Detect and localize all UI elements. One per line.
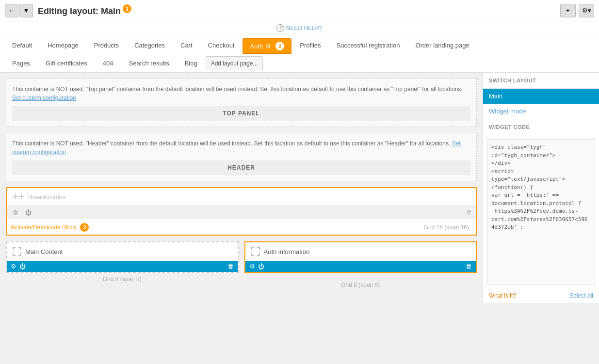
need-help-link[interactable]: NEED HELP? bbox=[286, 25, 323, 32]
breadcrumbs-block: ✛ Breadcrumbs ⚙ ⏻ 🗑 Activate/Deactivate … bbox=[6, 187, 477, 236]
page-title: Editing layout: Main1 bbox=[38, 4, 560, 16]
main-content-title: Main Content bbox=[25, 248, 63, 255]
main-content-icon bbox=[13, 247, 21, 256]
grid-span-text: (span 16) bbox=[444, 224, 469, 231]
breadcrumbs-power-button[interactable]: ⏻ bbox=[23, 208, 33, 217]
badge-3: 3 bbox=[80, 223, 89, 232]
top-panel-label: TOP PANEL bbox=[12, 106, 470, 121]
back-button[interactable]: ← bbox=[5, 4, 18, 17]
auth-gear-icon: ⚙ bbox=[265, 43, 271, 50]
tab-cart[interactable]: Cart bbox=[173, 38, 200, 54]
auth-info-power-button[interactable]: ⏻ bbox=[258, 263, 264, 270]
breadcrumbs-gear-button[interactable]: ⚙ bbox=[11, 208, 20, 217]
top-bar-right: + ⚙▾ bbox=[560, 4, 594, 17]
auth-info-toolbar: ⚙ ⏻ 🗑 bbox=[245, 261, 476, 272]
nav-tabs-row1: Default Homepage Products Categories Car… bbox=[5, 38, 594, 54]
grid-label-text: Grid 16 bbox=[424, 224, 443, 231]
top-panel-warning: This container is NOT used. "Top panel" … bbox=[12, 85, 470, 102]
tab-categories[interactable]: Categories bbox=[127, 38, 172, 54]
switch-layout-widget-mode[interactable]: Widget mode bbox=[483, 104, 599, 119]
main-content-gear-button[interactable]: ⚙ bbox=[11, 263, 16, 270]
add-layout-page-button[interactable]: Add layout page... bbox=[206, 56, 263, 70]
main-content-col: Main Content ⚙ ⏻ 🗑 Grid 8 (span 8) bbox=[6, 241, 239, 291]
add-button[interactable]: + bbox=[560, 4, 576, 17]
activate-label: Activate/Deactivate Block bbox=[11, 224, 76, 231]
breadcrumbs-delete-button[interactable]: 🗑 bbox=[466, 209, 472, 216]
auth-info-gear-button[interactable]: ⚙ bbox=[249, 263, 255, 270]
main-content-grid-label: Grid 8 (span 8) bbox=[6, 273, 239, 285]
dropdown-button[interactable]: ▼ bbox=[19, 4, 33, 17]
help-icon: ? bbox=[276, 24, 284, 32]
tab-search-results[interactable]: Search results bbox=[122, 56, 177, 70]
main-content-block: Main Content ⚙ ⏻ 🗑 bbox=[6, 241, 239, 273]
widget-code-links: What is it? Select all bbox=[483, 288, 599, 303]
nav-tabs-row2: Pages Gift certificates 404 Search resul… bbox=[0, 54, 599, 73]
main-content-delete-button[interactable]: 🗑 bbox=[227, 263, 234, 270]
auth-info-block: Auth information ⚙ ⏻ 🗑 bbox=[244, 241, 477, 273]
breadcrumbs-grid-label: Grid 16 (span 16) bbox=[421, 221, 472, 234]
auth-info-title: Auth information bbox=[264, 248, 310, 255]
badge-2: 2 bbox=[275, 42, 284, 50]
tab-gift-certificates[interactable]: Gift certificates bbox=[38, 56, 95, 70]
tab-default[interactable]: Default bbox=[5, 38, 39, 54]
settings-dropdown-button[interactable]: ⚙▾ bbox=[579, 4, 594, 17]
top-panel-container: This container is NOT used. "Top panel" … bbox=[6, 79, 477, 127]
breadcrumbs-title: Breadcrumbs bbox=[28, 193, 65, 201]
tab-products[interactable]: Products bbox=[87, 38, 126, 54]
breadcrumbs-toolbar: ⚙ ⏻ 🗑 bbox=[7, 206, 476, 219]
page-title-text: Editing layout: Main bbox=[38, 6, 121, 16]
tab-blog[interactable]: Blog bbox=[178, 56, 205, 70]
move-icon: ✛ bbox=[13, 193, 24, 201]
switch-layout-title: SWITCH LAYOUT bbox=[483, 73, 599, 89]
tab-checkout[interactable]: Checkout bbox=[201, 38, 242, 54]
tab-404[interactable]: 404 bbox=[96, 56, 121, 70]
tab-order-landing[interactable]: Order landing page bbox=[408, 38, 476, 54]
header-container: This container is NOT used. "Header" con… bbox=[6, 133, 477, 181]
auth-info-header: Auth information bbox=[245, 242, 476, 261]
main-layout: This container is NOT used. "Top panel" … bbox=[0, 73, 599, 303]
top-panel-warning-text: This container is NOT used. "Top panel" … bbox=[12, 86, 463, 93]
tab-auth[interactable]: Auth ⚙ 2 bbox=[243, 38, 291, 54]
switch-layout-main[interactable]: Main bbox=[483, 89, 599, 104]
widget-code-title: WIDGET CODE bbox=[483, 119, 599, 135]
header-label: HEADER bbox=[12, 160, 470, 175]
auth-info-col: Auth information ⚙ ⏻ 🗑 Grid 8 (span 8) ↙… bbox=[244, 241, 477, 291]
content-area: This container is NOT used. "Top panel" … bbox=[0, 73, 483, 303]
nav-tabs-row1-container: Default Homepage Products Categories Car… bbox=[0, 35, 599, 54]
right-panel: SWITCH LAYOUT Main Widget mode WIDGET CO… bbox=[483, 73, 599, 303]
tab-successful-registration[interactable]: Successful registration bbox=[329, 38, 407, 54]
tab-pages[interactable]: Pages bbox=[5, 56, 37, 70]
main-content-power-button[interactable]: ⏻ bbox=[19, 263, 26, 270]
top-panel-config-link[interactable]: Set custom configuration bbox=[12, 95, 76, 101]
top-bar: ← ▼ Editing layout: Main1 + ⚙▾ bbox=[0, 0, 599, 21]
what-is-it-link[interactable]: What is it? bbox=[489, 292, 516, 299]
auth-info-icon bbox=[251, 247, 260, 256]
help-bar: ? NEED HELP? bbox=[0, 21, 599, 35]
tab-profiles[interactable]: Profiles bbox=[292, 38, 328, 54]
breadcrumbs-block-header: ✛ Breadcrumbs bbox=[7, 188, 476, 206]
badge-1: 1 bbox=[123, 4, 131, 13]
auth-info-grid-label: Grid 8 (span 8) bbox=[244, 279, 477, 291]
auth-info-delete-button[interactable]: 🗑 bbox=[466, 263, 472, 270]
main-content-header: Main Content bbox=[7, 242, 238, 261]
tab-homepage[interactable]: Homepage bbox=[40, 38, 86, 54]
breadcrumbs-block-wrapper: ✛ Breadcrumbs ⚙ ⏻ 🗑 Activate/Deactivate … bbox=[6, 187, 477, 236]
grid-row: Main Content ⚙ ⏻ 🗑 Grid 8 (span 8) bbox=[6, 241, 477, 291]
select-all-link[interactable]: Select all bbox=[569, 292, 593, 299]
header-warning: This container is NOT used. "Header" con… bbox=[12, 139, 470, 157]
widget-code-textarea[interactable]: <div class="tygh" id="tygh_container"> <… bbox=[487, 139, 595, 285]
header-warning-text: This container is NOT used. "Header" con… bbox=[12, 140, 450, 147]
main-content-toolbar: ⚙ ⏻ 🗑 bbox=[7, 261, 238, 272]
nav-arrows: ← ▼ bbox=[5, 4, 33, 17]
